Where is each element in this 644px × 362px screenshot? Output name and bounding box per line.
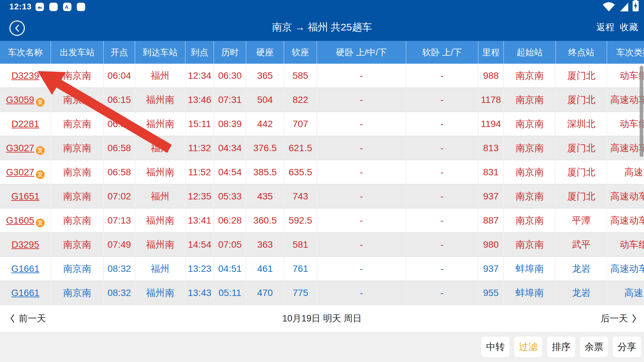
- notification-icons: A..: [36, 3, 85, 11]
- cell-duration: 05:33: [214, 184, 246, 208]
- cell-duration: 04:51: [214, 257, 246, 281]
- cell-arrive_time: 11:32: [185, 136, 214, 160]
- train-number-link[interactable]: D3295: [11, 239, 39, 250]
- train-number-link[interactable]: G3059: [6, 95, 34, 105]
- cell-depart_station: 南京南: [51, 281, 104, 305]
- cell-train_type: 高速动车组: [607, 208, 644, 232]
- cell-train_no: G1661: [0, 257, 51, 281]
- favorite-button[interactable]: 收藏: [620, 21, 638, 33]
- cell-depart_station: 南京南: [51, 112, 104, 136]
- page-title: 南京 → 福州 共25趟车: [0, 13, 644, 41]
- battery-charging-icon: [632, 0, 639, 12]
- table-row[interactable]: G1661南京南08:32福州南13:4305:11470775--955蚌埠南…: [0, 281, 644, 305]
- vertical-scrollbar[interactable]: [640, 66, 643, 157]
- toolbar-button-余票[interactable]: 余票: [580, 336, 608, 358]
- cell-arrive_station: 福州南: [135, 88, 185, 112]
- cell-soft_sleeper: -: [406, 88, 478, 112]
- toolbar-button-分享[interactable]: 分享: [612, 336, 641, 358]
- cell-soft_seat: 621.5: [284, 136, 317, 160]
- table-row[interactable]: G1651南京南07:02福州12:3505:33435743--937南京南厦…: [0, 184, 644, 208]
- column-header-terminus: 终点站: [556, 41, 607, 64]
- table-row[interactable]: D3239南京南06:04福州12:3406:30365585--988南京南厦…: [0, 64, 644, 88]
- cell-train_type: 动车组: [607, 64, 644, 87]
- cell-soft_seat: 635.5: [284, 160, 317, 184]
- cell-hard_sleeper: -: [317, 136, 406, 160]
- cell-origin: 南京南: [504, 88, 556, 112]
- cell-arrive_time: 13:43: [185, 281, 214, 305]
- cell-hard_sleeper: -: [317, 160, 406, 184]
- table-row[interactable]: G3027复南京南06:58福州南11:5204:54385.5635.5--8…: [0, 160, 644, 184]
- table-row[interactable]: G1661南京南08:32福州13:2304:51461761--937蚌埠南龙…: [0, 257, 644, 281]
- cell-depart_time: 06:58: [104, 160, 135, 184]
- cell-depart_time: 07:02: [104, 184, 135, 208]
- cell-hard_seat: 442: [246, 112, 284, 136]
- train-number-link[interactable]: G1605: [6, 215, 34, 226]
- cell-terminus: 厦门北: [556, 64, 607, 87]
- cell-train_type: 高速动车组: [607, 184, 644, 208]
- toolbar-button-中转[interactable]: 中转: [481, 336, 510, 358]
- photo-icon: [36, 3, 44, 11]
- cell-train_no: D3295: [0, 233, 51, 256]
- cell-train_type: 高速: [607, 160, 644, 184]
- column-header-arrive_time: 到点: [185, 41, 214, 64]
- cell-train_no: G1651: [0, 184, 51, 208]
- column-header-duration: 历时: [214, 41, 246, 64]
- cell-soft_seat: 743: [284, 184, 317, 208]
- column-header-depart_station: 出发车站: [51, 41, 104, 64]
- train-number-link[interactable]: G1651: [11, 191, 39, 202]
- cell-arrive_time: 12:35: [185, 184, 214, 208]
- cell-soft_sleeper: -: [406, 64, 478, 87]
- cell-depart_time: 06:04: [104, 64, 135, 87]
- cell-mileage: 887: [478, 208, 504, 232]
- toolbar-button-过滤[interactable]: 过滤: [514, 336, 543, 358]
- cell-origin: 蚌埠南: [504, 257, 556, 281]
- table-row[interactable]: G3059复南京南06:15福州南13:4607:31504822--1178南…: [0, 88, 644, 112]
- train-number-link[interactable]: G1661: [11, 288, 39, 298]
- cell-train_no: G3027复: [0, 160, 51, 184]
- cell-train_no: D2281: [0, 112, 51, 136]
- next-day-button[interactable]: 后一天: [601, 305, 637, 332]
- cell-depart_time: 07:13: [104, 208, 135, 232]
- train-number-link[interactable]: G3027: [6, 143, 34, 154]
- cell-terminus: 龙岩: [556, 281, 607, 305]
- cell-depart_station: 南京南: [51, 136, 104, 160]
- blank-app-icon: [77, 3, 85, 11]
- train-number-link[interactable]: G3027: [6, 167, 34, 178]
- column-header-train_type: 车次类型: [607, 41, 644, 64]
- table-row[interactable]: D2281南京南06:32福州南15:1108:39442707--1194南京…: [0, 112, 644, 136]
- cell-depart_station: 南京南: [51, 208, 104, 232]
- cell-origin: 南京南: [504, 208, 556, 232]
- cell-arrive_time: 12:34: [185, 64, 214, 87]
- cell-depart_time: 08:32: [104, 281, 135, 305]
- cell-soft_sleeper: -: [406, 112, 478, 136]
- cell-soft_seat: 592.5: [284, 208, 317, 232]
- table-row[interactable]: G1605复南京南07:13福州南13:4106:28360.5592.5--8…: [0, 208, 644, 233]
- cell-soft_sleeper: -: [406, 257, 478, 281]
- cell-depart_station: 南京南: [51, 184, 104, 208]
- train-number-link[interactable]: G1661: [11, 263, 39, 274]
- cell-origin: 蚌埠南: [504, 281, 556, 305]
- cell-train_type: 动车组: [607, 112, 644, 136]
- cell-depart_time: 06:15: [104, 88, 135, 112]
- cell-duration: 05:11: [214, 281, 246, 305]
- cell-mileage: 1194: [478, 112, 504, 136]
- cell-arrive_station: 福州: [135, 257, 185, 281]
- fuxing-badge: 复: [36, 98, 45, 107]
- cell-arrive_station: 福州南: [135, 208, 185, 232]
- nav-header: 南京 → 福州 共25趟车 返程 收藏: [0, 13, 644, 41]
- return-trip-button[interactable]: 返程: [596, 21, 614, 33]
- cell-hard_seat: 363: [246, 233, 284, 256]
- train-number-link[interactable]: D2281: [11, 119, 39, 129]
- train-number-link[interactable]: D3239: [11, 70, 39, 81]
- cell-train_type: 动车组: [607, 233, 644, 256]
- table-row[interactable]: D3295南京南07:49福州南14:5407:05363581--980南京南…: [0, 233, 644, 257]
- table-row[interactable]: G3027复南京南06:58福州11:3204:34376.5621.5--81…: [0, 136, 644, 160]
- cell-arrive_station: 福州: [135, 184, 185, 208]
- fuxing-badge: 复: [36, 146, 45, 155]
- cell-mileage: 955: [478, 281, 504, 305]
- cell-arrive_time: 13:46: [185, 88, 214, 112]
- cell-mileage: 937: [478, 184, 504, 208]
- cell-origin: 南京南: [504, 184, 556, 208]
- toolbar-button-排序[interactable]: 排序: [547, 336, 576, 358]
- cell-hard_sleeper: -: [317, 88, 406, 112]
